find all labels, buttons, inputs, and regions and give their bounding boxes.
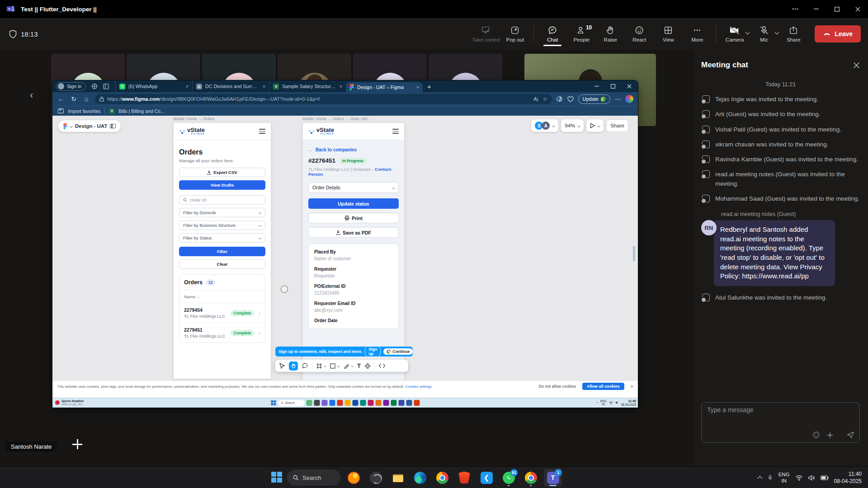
update-status-button[interactable]: Update status bbox=[308, 198, 399, 209]
remote-app-icon[interactable] bbox=[375, 400, 381, 406]
tab-close-icon[interactable]: × bbox=[340, 84, 342, 89]
order-row[interactable]: 2279454TL Flex Holdings LLC Complete › bbox=[179, 303, 265, 323]
people-button[interactable]: 10 People bbox=[567, 23, 595, 45]
remote-app-icon[interactable] bbox=[337, 400, 343, 406]
figma-zoom-control[interactable]: 94% bbox=[561, 119, 584, 132]
figma-doc-pill[interactable]: Design - UAT bbox=[58, 120, 121, 132]
vscode-icon[interactable]: ❮ bbox=[477, 469, 495, 487]
tab-salary-sheet[interactable]: X Sample Salary Structure with calc× bbox=[269, 80, 346, 92]
camera-button[interactable]: Camera bbox=[721, 23, 749, 45]
import-favorites-link[interactable]: Import favorites bbox=[68, 108, 100, 114]
pop-out-button[interactable]: Pop out bbox=[501, 23, 529, 45]
chat-message-input[interactable] bbox=[707, 406, 855, 429]
volume-icon[interactable] bbox=[808, 475, 815, 481]
figma-frame-orders[interactable]: vState FILINGS Orders Manage all your or… bbox=[173, 122, 271, 379]
filter-domicile-select[interactable]: Filter by Domicile bbox=[179, 208, 265, 217]
export-csv-button[interactable]: Export CSV bbox=[179, 168, 265, 177]
figma-collaborators[interactable]: S A bbox=[531, 119, 558, 132]
tab-actions-icon[interactable] bbox=[103, 84, 109, 89]
tray-mic-icon[interactable] bbox=[767, 474, 773, 481]
page-scrollbar-thumb[interactable] bbox=[633, 246, 635, 261]
doc-menu-chevron-icon[interactable] bbox=[70, 124, 73, 127]
allow-cookies-button[interactable]: Allow all cookies bbox=[582, 383, 624, 390]
figma-share-button[interactable]: Share bbox=[606, 119, 628, 132]
chat-compose-box[interactable] bbox=[701, 402, 860, 443]
edge-icon[interactable] bbox=[411, 469, 429, 487]
remote-lang-indicator[interactable]: ENGIN bbox=[600, 399, 607, 406]
figma-present-button[interactable] bbox=[586, 119, 604, 132]
tab-figma-active[interactable]: Design - UAT – Figma× bbox=[346, 82, 423, 92]
tray-chevron-icon[interactable] bbox=[757, 476, 762, 481]
collaborators-chevron-icon[interactable] bbox=[552, 124, 555, 127]
layout-panel-icon[interactable] bbox=[110, 124, 116, 128]
chrome-icon[interactable] bbox=[433, 469, 451, 487]
remote-app-icon[interactable] bbox=[306, 400, 312, 406]
filter-status-select[interactable]: Filter by Status bbox=[179, 233, 265, 243]
frame-tool-icon[interactable] bbox=[316, 363, 322, 369]
wifi-icon[interactable] bbox=[795, 475, 803, 481]
language-indicator[interactable]: ENG IN bbox=[778, 471, 790, 484]
cookie-settings-link[interactable]: Cookies settings bbox=[405, 385, 432, 389]
browser-profile-avatar[interactable] bbox=[625, 95, 633, 103]
firefox-icon[interactable] bbox=[344, 469, 363, 487]
cookie-close-icon[interactable]: × bbox=[631, 384, 633, 389]
comment-tool-icon[interactable] bbox=[302, 363, 308, 369]
window-close-button[interactable] bbox=[847, 0, 868, 18]
widgets-button[interactable]: Sports Headline KKR vs LSG, IPL... bbox=[55, 399, 85, 406]
name-column-header[interactable]: Name bbox=[184, 294, 195, 299]
back-to-companies-link[interactable]: ←Back to companies bbox=[308, 147, 399, 152]
whatsapp-icon[interactable]: 81 bbox=[500, 469, 518, 487]
home-icon[interactable]: ⌂ bbox=[82, 95, 90, 103]
collections-heart-icon[interactable] bbox=[567, 96, 574, 102]
remote-app-icon[interactable] bbox=[414, 400, 420, 406]
browser-close-icon[interactable] bbox=[627, 84, 632, 89]
pen-tool-icon[interactable] bbox=[344, 363, 349, 369]
browser-minimize-icon[interactable] bbox=[594, 86, 599, 87]
remote-app-icon[interactable] bbox=[406, 400, 412, 406]
taskbar-clock[interactable]: 11:40 08-04-2025 bbox=[834, 470, 862, 485]
app-icon-dark[interactable] bbox=[367, 469, 385, 487]
tab-whatsapp[interactable]: ✆ (6) WhatsApp× bbox=[115, 80, 192, 92]
remote-app-icon[interactable] bbox=[360, 400, 366, 406]
share-button[interactable]: Share bbox=[779, 23, 807, 45]
window-maximize-button[interactable] bbox=[826, 0, 847, 18]
react-button[interactable]: React bbox=[625, 23, 653, 45]
leave-button[interactable]: Leave bbox=[815, 25, 861, 42]
browser-profile-button[interactable]: Sign in bbox=[56, 82, 86, 91]
attach-plus-icon[interactable] bbox=[826, 432, 834, 439]
read-aloud-icon[interactable]: A) bbox=[533, 96, 538, 102]
chat-close-icon[interactable] bbox=[853, 62, 860, 69]
order-id-input[interactable]: Order ID bbox=[179, 195, 265, 205]
bills-bookmark-link[interactable]: Bills | Billing and Co... bbox=[118, 108, 164, 114]
workspaces-icon[interactable] bbox=[91, 83, 98, 89]
chrome-profile2-icon[interactable] bbox=[522, 469, 540, 487]
order-row[interactable]: 2279451TL Flex Holdings LLC Complete › bbox=[179, 323, 265, 343]
tab-dc-divisions[interactable]: ◍ DC Divisions and Surroundings× bbox=[192, 80, 269, 92]
brave-icon[interactable] bbox=[455, 469, 473, 487]
save-as-pdf-button[interactable]: Save as PDF bbox=[308, 227, 399, 238]
send-icon[interactable] bbox=[846, 431, 855, 439]
tab-close-icon[interactable]: × bbox=[416, 84, 419, 90]
deny-cookies-button[interactable]: Do not allow cookies bbox=[538, 384, 576, 389]
dev-mode-icon[interactable] bbox=[379, 363, 385, 368]
chat-button[interactable]: Chat bbox=[538, 23, 566, 45]
filter-business-select[interactable]: Filter by Business Structure bbox=[179, 221, 265, 230]
remote-tray-chevron-icon[interactable]: ^ bbox=[597, 401, 598, 404]
google-continue-button[interactable]: Continue bbox=[383, 348, 413, 355]
chevron-down-icon[interactable] bbox=[351, 365, 354, 367]
browser-update-button[interactable]: Update bbox=[578, 94, 610, 104]
remote-app-icon[interactable] bbox=[329, 400, 335, 406]
battery-icon[interactable] bbox=[821, 475, 829, 480]
browser-maximize-icon[interactable] bbox=[611, 84, 615, 89]
raise-hand-button[interactable]: Raise bbox=[596, 23, 624, 45]
emoji-icon[interactable] bbox=[812, 431, 820, 439]
components-tool-icon[interactable] bbox=[365, 363, 370, 369]
url-field[interactable]: https://www.figma.com/design/9BKQ0FOHRWa… bbox=[95, 94, 552, 104]
window-more-icon[interactable] bbox=[785, 0, 806, 18]
remote-app-icon[interactable] bbox=[321, 400, 327, 406]
view-button[interactable]: View bbox=[654, 23, 682, 45]
favorite-star-icon[interactable]: ☆ bbox=[543, 96, 547, 102]
remote-app-icon[interactable] bbox=[352, 400, 358, 406]
browser-essentials-icon[interactable] bbox=[557, 96, 563, 102]
back-icon[interactable]: ← bbox=[57, 95, 65, 103]
